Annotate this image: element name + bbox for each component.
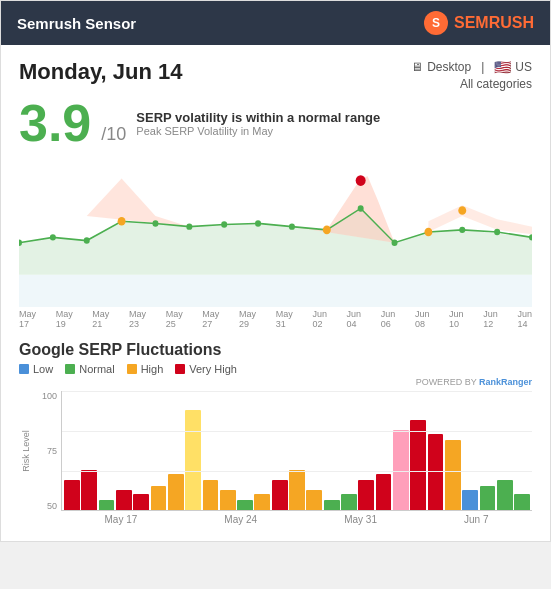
- categories-label[interactable]: All categories: [411, 77, 532, 91]
- bar: [306, 490, 322, 510]
- semrush-logo: S SEMRUSH: [424, 11, 534, 35]
- line-chart-area: [1, 157, 550, 307]
- legend-veryhigh: Very High: [175, 363, 237, 375]
- bar: [99, 500, 115, 510]
- controls: 🖥 Desktop | 🇺🇸 US All categories: [411, 59, 532, 91]
- svg-point-9: [152, 220, 158, 226]
- bar: [133, 494, 149, 510]
- powered-by: POWERED BY RankRanger: [19, 377, 532, 387]
- score-value: 3.9: [19, 97, 91, 149]
- svg-point-23: [424, 228, 432, 237]
- y-axis-title: Risk Level: [21, 430, 31, 472]
- bar: [410, 420, 426, 510]
- legend-dot-low: [19, 364, 29, 374]
- score-row: 3.9 /10 SERP volatility is within a norm…: [19, 97, 532, 149]
- bar: [151, 486, 167, 510]
- score-description: SERP volatility is within a normal range…: [136, 110, 380, 137]
- svg-rect-0: [19, 275, 532, 307]
- bar: [428, 434, 444, 510]
- svg-point-19: [494, 229, 500, 235]
- bar-x-labels: May 17 May 24 May 31 Jun 7: [61, 514, 532, 525]
- bar-chart-container: Risk Level 100 75 50 May 17 May 24: [19, 391, 532, 525]
- y-axis-title-wrapper: Risk Level: [19, 391, 33, 511]
- bar: [480, 486, 496, 510]
- svg-marker-4: [428, 205, 532, 234]
- bar: [116, 490, 132, 510]
- region-control[interactable]: 🇺🇸 US: [494, 59, 532, 75]
- desktop-control[interactable]: 🖥 Desktop: [411, 60, 471, 74]
- section-title: Google SERP Fluctuations: [19, 341, 532, 359]
- bar: [237, 500, 253, 510]
- bar: [203, 480, 219, 510]
- flag-icon: 🇺🇸: [494, 59, 511, 75]
- svg-point-24: [458, 206, 466, 215]
- bar: [81, 470, 97, 510]
- date-title: Monday, Jun 14: [19, 59, 182, 85]
- svg-point-22: [323, 226, 331, 235]
- bar: [168, 474, 184, 510]
- legend: Low Normal High Very High: [19, 363, 532, 375]
- bar: [514, 494, 530, 510]
- svg-point-7: [84, 237, 90, 243]
- legend-normal: Normal: [65, 363, 114, 375]
- bar-chart: [61, 391, 532, 511]
- bar: [341, 494, 357, 510]
- bar: [220, 490, 236, 510]
- bar: [462, 490, 478, 510]
- svg-point-15: [358, 205, 364, 211]
- bar: [289, 470, 305, 510]
- bar: [324, 500, 340, 510]
- content-area: Monday, Jun 14 🖥 Desktop | 🇺🇸 US All cat…: [1, 45, 550, 541]
- control-row: 🖥 Desktop | 🇺🇸 US: [411, 59, 532, 75]
- bars-container: [64, 391, 530, 510]
- widget-container: Semrush Sensor S SEMRUSH Monday, Jun 14 …: [0, 0, 551, 542]
- semrush-icon: S: [424, 11, 448, 35]
- svg-point-10: [186, 223, 192, 229]
- gridline-75: [62, 431, 532, 432]
- svg-point-25: [356, 175, 366, 186]
- svg-point-12: [255, 220, 261, 226]
- svg-marker-3: [87, 178, 190, 226]
- header: Semrush Sensor S SEMRUSH: [1, 1, 550, 45]
- y-labels: 100 75 50: [33, 391, 59, 511]
- score-sub-text: Peak SERP Volatility in May: [136, 125, 380, 137]
- bar: [393, 430, 409, 510]
- score-main-text: SERP volatility is within a normal range: [136, 110, 380, 125]
- legend-dot-veryhigh: [175, 364, 185, 374]
- svg-point-21: [118, 217, 126, 226]
- line-chart-svg: [19, 157, 532, 307]
- svg-point-18: [459, 227, 465, 233]
- score-denom: /10: [101, 124, 126, 145]
- svg-point-11: [221, 221, 227, 227]
- desktop-icon: 🖥: [411, 60, 423, 74]
- gridline-100: [62, 391, 532, 392]
- top-row: Monday, Jun 14 🖥 Desktop | 🇺🇸 US All cat…: [19, 59, 532, 91]
- legend-dot-normal: [65, 364, 75, 374]
- svg-point-6: [50, 234, 56, 240]
- legend-low: Low: [19, 363, 53, 375]
- x-axis-labels: May17 May19 May21 May23 May25 May27 May2…: [19, 307, 532, 335]
- bar: [64, 480, 80, 510]
- bar: [445, 440, 461, 510]
- bar: [497, 480, 513, 510]
- bar: [254, 494, 270, 510]
- svg-point-16: [392, 240, 398, 246]
- legend-high: High: [127, 363, 164, 375]
- bar: [185, 410, 201, 510]
- bar: [376, 474, 392, 510]
- legend-dot-high: [127, 364, 137, 374]
- header-title: Semrush Sensor: [17, 15, 136, 32]
- gridline-50: [62, 471, 532, 472]
- bar: [272, 480, 288, 510]
- svg-point-13: [289, 223, 295, 229]
- bar: [358, 480, 374, 510]
